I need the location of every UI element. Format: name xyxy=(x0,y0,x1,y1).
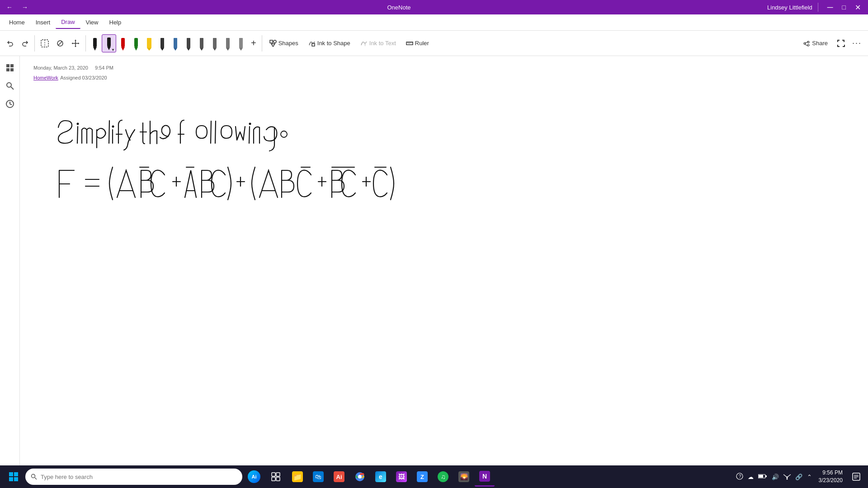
svg-rect-10 xyxy=(134,38,138,47)
share-button[interactable]: Share xyxy=(798,37,832,50)
pen-felt-1[interactable] xyxy=(156,34,169,52)
pen-felt-6[interactable] xyxy=(222,34,234,52)
notification-center-button[interactable] xyxy=(848,469,864,485)
notification-icon xyxy=(852,473,860,481)
svg-point-48 xyxy=(281,131,287,137)
taskbar-file-explorer[interactable]: 📁 xyxy=(288,467,307,487)
taskbar-onenote[interactable]: N xyxy=(475,467,495,487)
svg-text:?: ? xyxy=(739,474,741,479)
svg-point-42 xyxy=(7,83,11,87)
pen-felt-2[interactable] xyxy=(169,34,182,52)
tray-volume-icon[interactable]: 🔊 xyxy=(770,474,780,480)
fullscreen-button[interactable] xyxy=(834,38,848,49)
ruler-button[interactable]: Ruler xyxy=(401,37,434,50)
toolbar: ▼ xyxy=(0,31,868,56)
svg-rect-71 xyxy=(759,475,763,478)
note-time: 9:54 PM xyxy=(95,65,113,70)
menu-insert[interactable]: Insert xyxy=(30,16,56,28)
undo-button[interactable] xyxy=(4,38,17,49)
svg-marker-11 xyxy=(134,47,138,51)
lasso-select-button[interactable] xyxy=(38,37,52,50)
forward-button[interactable]: → xyxy=(19,3,31,12)
tray-cloud-icon[interactable]: ☁ xyxy=(746,474,755,480)
pen-black[interactable] xyxy=(89,34,101,52)
svg-rect-56 xyxy=(9,472,13,476)
menu-view[interactable]: View xyxy=(80,16,104,28)
menu-help[interactable]: Help xyxy=(104,16,127,28)
svg-rect-6 xyxy=(107,38,111,47)
menu-home[interactable]: Home xyxy=(4,16,30,28)
svg-marker-27 xyxy=(239,48,243,51)
taskbar-zoom[interactable]: Z xyxy=(412,467,432,487)
svg-rect-62 xyxy=(272,473,275,476)
pen-red[interactable] xyxy=(117,34,129,52)
redo-button[interactable] xyxy=(18,38,32,49)
svg-rect-31 xyxy=(312,43,315,46)
pen-felt-5[interactable] xyxy=(208,34,221,52)
svg-rect-18 xyxy=(187,38,190,48)
minimize-button[interactable]: ─ xyxy=(824,2,837,13)
pen-felt-7[interactable] xyxy=(235,34,247,52)
svg-text:T: T xyxy=(364,43,366,47)
task-view-button[interactable] xyxy=(266,467,286,487)
close-button[interactable]: ✕ xyxy=(851,2,864,13)
menu-draw[interactable]: Draw xyxy=(56,16,80,29)
titlebar: ← → OneNote Lindsey Littlefield ─ □ ✕ xyxy=(0,0,868,14)
note-date: Monday, March 23, 2020 xyxy=(33,65,88,70)
user-name: Lindsey Littlefield xyxy=(767,4,812,11)
svg-rect-24 xyxy=(226,38,230,48)
history-icon xyxy=(5,99,14,108)
ink-to-text-button[interactable]: T Ink to Text xyxy=(356,37,401,50)
back-button[interactable]: ← xyxy=(4,3,15,12)
svg-rect-16 xyxy=(174,38,177,48)
taskbar-edge[interactable]: e xyxy=(371,467,391,487)
start-button[interactable] xyxy=(4,467,24,487)
shapes-button[interactable]: Shapes xyxy=(265,37,303,50)
tray-chain-icon[interactable]: 🔗 xyxy=(794,474,804,480)
tray-help-icon[interactable]: ? xyxy=(735,473,745,481)
svg-marker-19 xyxy=(187,48,190,51)
ink-to-shape-button[interactable]: Ink to Shape xyxy=(304,37,355,50)
maximize-button[interactable]: □ xyxy=(839,3,849,12)
svg-marker-5 xyxy=(93,47,97,51)
chrome-icon xyxy=(354,471,365,482)
tray-network-icon[interactable] xyxy=(782,473,792,481)
taskbar-photo-viewer[interactable]: 🌄 xyxy=(454,467,474,487)
ai-button[interactable]: Ai xyxy=(244,467,264,487)
taskbar-chrome[interactable] xyxy=(350,467,370,487)
search-input[interactable] xyxy=(41,474,237,480)
sidebar-sections-button[interactable] xyxy=(2,60,18,76)
sep1 xyxy=(34,35,35,52)
pen-black-selected[interactable]: ▼ xyxy=(102,34,116,52)
shapes-label: Shapes xyxy=(278,40,298,47)
sidebar-history-button[interactable] xyxy=(2,96,18,112)
taskbar-store[interactable]: 🛍 xyxy=(308,467,328,487)
svg-marker-17 xyxy=(174,48,177,51)
note-link[interactable]: HomeWork xyxy=(33,75,58,80)
taskbar-photos-app[interactable]: 🖼 xyxy=(392,467,411,487)
taskbar-spotify[interactable]: ♫ xyxy=(433,467,453,487)
move-button[interactable] xyxy=(68,37,83,50)
more-options-button[interactable]: ··· xyxy=(849,37,864,50)
add-pen-button[interactable]: + xyxy=(248,36,259,50)
svg-rect-20 xyxy=(200,38,203,48)
taskbar-time[interactable]: 9:56 PM 3/23/2020 xyxy=(815,469,846,484)
main-content: Monday, March 23, 2020 9:54 PM HomeWork … xyxy=(20,56,868,465)
pen-green[interactable] xyxy=(130,34,142,52)
eraser-button[interactable] xyxy=(53,37,67,50)
svg-point-73 xyxy=(786,478,788,479)
svg-rect-38 xyxy=(6,64,9,67)
svg-rect-14 xyxy=(160,38,164,48)
svg-marker-13 xyxy=(147,48,151,51)
tray-battery-icon[interactable] xyxy=(757,474,769,480)
tray-expand-icon[interactable]: ⌃ xyxy=(806,474,813,480)
sections-icon xyxy=(5,63,14,72)
sidebar-search-button[interactable] xyxy=(2,78,18,94)
pen-yellow-highlighter[interactable] xyxy=(143,34,156,52)
svg-marker-7 xyxy=(107,47,111,50)
taskbar-search[interactable] xyxy=(25,469,242,485)
pen-felt-3[interactable] xyxy=(182,34,195,52)
pen-felt-4[interactable] xyxy=(195,34,208,52)
taskbar-acrobat[interactable]: Ai xyxy=(329,467,349,487)
svg-rect-26 xyxy=(239,38,243,48)
